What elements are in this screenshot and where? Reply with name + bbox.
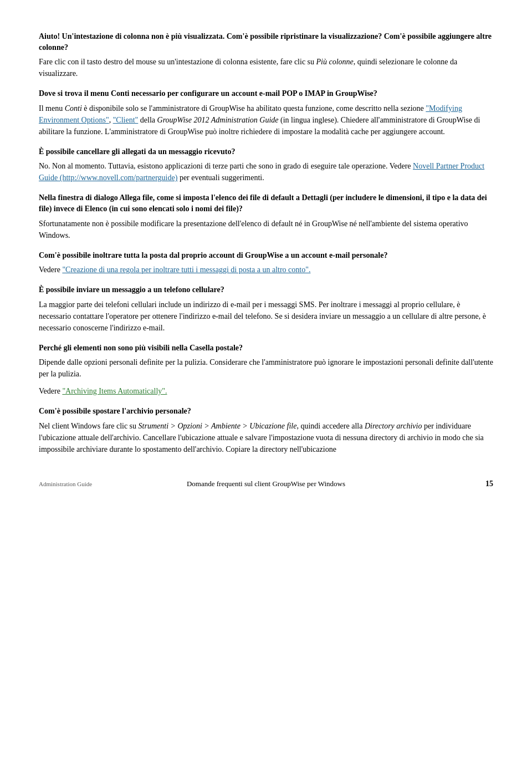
question-q6: È possibile inviare un messaggio a un te…	[39, 284, 493, 295]
answer-q3: No. Non al momento. Tuttavia, esistono a…	[39, 160, 493, 183]
footer-page-number: 15	[485, 480, 493, 488]
footer-left-label: Administration Guide	[39, 481, 92, 487]
question-q4: Nella finestra di dialogo Allega file, c…	[39, 192, 493, 214]
question-q7: Perché gli elementi non sono più visibil…	[39, 343, 493, 354]
answer-q1: Fare clic con il tasto destro del mouse …	[39, 56, 493, 79]
section-q2: Dove si trova il menu Conti necessario p…	[39, 88, 493, 137]
link-client[interactable]: "Client"	[113, 116, 139, 124]
answer-q6: La maggior parte dei telefoni cellulari …	[39, 299, 493, 334]
link-novell-partner[interactable]: Novell Partner Product Guide (http://www…	[39, 162, 484, 182]
question-q2: Dove si trova il menu Conti necessario p…	[39, 88, 493, 99]
question-q1: Aiuto! Un'intestazione di colonna non è …	[39, 31, 493, 53]
italic-directory: Directory archivio	[365, 422, 422, 430]
footer-center-label: Domande frequenti sul client GroupWise p…	[187, 480, 345, 488]
question-q3: È possibile cancellare gli allegati da u…	[39, 146, 493, 157]
link-archiving[interactable]: "Archiving Items Automatically".	[62, 387, 167, 395]
question-q8: Com'è possibile spostare l'archivio pers…	[39, 406, 493, 417]
italic-guide: GroupWise 2012 Administration Guide	[157, 116, 279, 124]
answer-q4: Sfortunatamente non è possibile modifica…	[39, 218, 493, 241]
answer-q5: Vedere "Creazione di una regola per inol…	[39, 264, 493, 276]
page-footer: Administration Guide Domande frequenti s…	[0, 480, 532, 488]
italic-conti: Conti	[65, 104, 82, 113]
answer-q2: Il menu Conti è disponibile solo se l'am…	[39, 103, 493, 137]
section-q1: Aiuto! Un'intestazione di colonna non è …	[39, 31, 493, 79]
italic-menu-path: Strumenti > Opzioni > Ambiente > Ubicazi…	[139, 422, 297, 430]
section-q5: Com'è possibile inoltrare tutta la posta…	[39, 250, 493, 276]
page-container: Aiuto! Un'intestazione di colonna non è …	[0, 0, 532, 505]
link-creazione-regola[interactable]: "Creazione di una regola per inoltrare t…	[62, 266, 310, 274]
section-q8: Com'è possibile spostare l'archivio pers…	[39, 406, 493, 455]
section-q3: È possibile cancellare gli allegati da u…	[39, 146, 493, 184]
answer-q8: Nel client Windows fare clic su Strument…	[39, 420, 493, 455]
question-q5: Com'è possibile inoltrare tutta la posta…	[39, 250, 493, 261]
section-q6: È possibile inviare un messaggio a un te…	[39, 284, 493, 334]
answer-q7-part1: Dipende dalle opzioni personali definite…	[39, 356, 493, 380]
section-q4: Nella finestra di dialogo Allega file, c…	[39, 192, 493, 241]
section-q7: Perché gli elementi non sono più visibil…	[39, 343, 493, 397]
italic-span: Più colonne	[316, 58, 354, 66]
answer-q7-part2: Vedere "Archiving Items Automatically".	[39, 385, 493, 397]
